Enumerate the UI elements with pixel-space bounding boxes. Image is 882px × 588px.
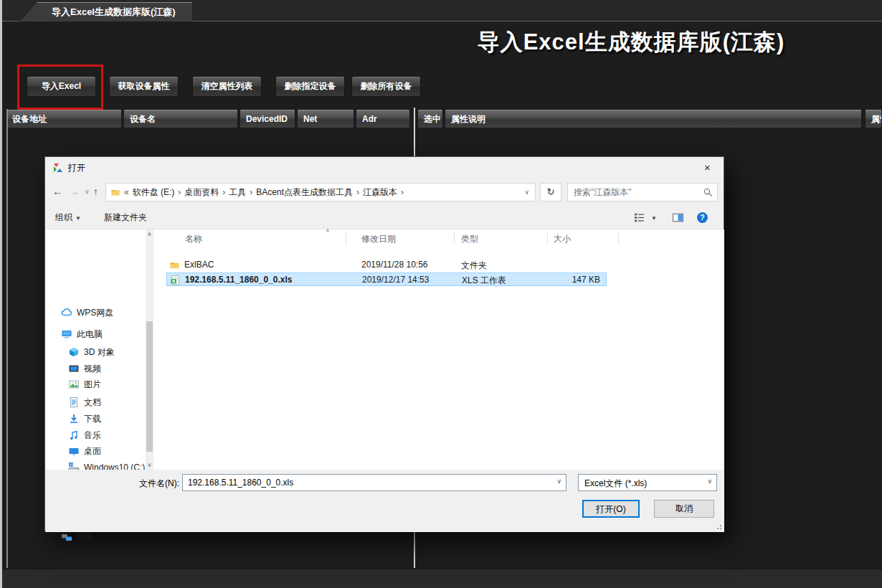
- address-dropdown-icon[interactable]: ∨: [524, 184, 529, 201]
- column-header-3[interactable]: DevicedID: [240, 109, 295, 128]
- file-column-header-2[interactable]: 修改日期: [361, 233, 396, 245]
- organize-caret-icon: ▼: [75, 215, 81, 222]
- file-row[interactable]: ExlBAC2019/11/28 10:56文件夹: [166, 258, 607, 272]
- search-icon[interactable]: [703, 187, 713, 198]
- file-name: ExlBAC: [184, 260, 214, 270]
- sidebar-item-documents[interactable]: 文档: [46, 395, 146, 409]
- filename-dropdown-icon[interactable]: ∨: [556, 478, 561, 485]
- file-row[interactable]: 192.168.5.11_1860_0_0.xls2019/12/17 14:5…: [166, 272, 607, 286]
- command-bar: 组织▼ 新建文件夹 ▼ ?: [45, 206, 724, 229]
- open-button[interactable]: 打开(O): [582, 500, 640, 518]
- breadcrumb[interactable]: «软件盘 (E:)›桌面资料›工具›BAcent点表生成数据工具›江森版本› ∨: [105, 183, 536, 201]
- breadcrumb-separator-icon: ›: [222, 187, 225, 197]
- file-column-header-1[interactable]: 名称: [185, 233, 202, 245]
- breadcrumb-segment[interactable]: 桌面资料: [184, 186, 219, 199]
- sidebar-item-label: 3D 对象: [84, 346, 115, 359]
- search-input[interactable]: [572, 185, 698, 199]
- refresh-icon[interactable]: ↻: [540, 183, 561, 201]
- close-icon[interactable]: ×: [691, 157, 724, 179]
- column-divider[interactable]: [547, 232, 548, 245]
- sidebar-item-3d-objects[interactable]: 3D 对象: [46, 345, 146, 359]
- cloud-icon: [61, 307, 72, 318]
- file-column-header-3[interactable]: 类型: [461, 233, 478, 245]
- sidebar-item-label: 桌面: [84, 445, 101, 457]
- sidebar-item-music[interactable]: 音乐: [46, 428, 146, 442]
- organize-menu[interactable]: 组织▼: [55, 206, 81, 230]
- column-header-5[interactable]: Adr: [356, 109, 410, 128]
- dialog-title: 打开: [68, 157, 85, 179]
- sidebar-item-this-pc[interactable]: 此电脑: [46, 327, 146, 341]
- column-header-6[interactable]: 选中: [417, 109, 443, 128]
- breadcrumb-separator-icon: ›: [178, 187, 181, 197]
- svg-text:?: ?: [700, 213, 704, 222]
- dialog-titlebar[interactable]: 打开 ×: [45, 157, 724, 179]
- file-date: 2019/11/28 10:56: [361, 260, 428, 270]
- filename-combobox: ∨: [182, 474, 566, 491]
- sidebar-item-label: 下载: [84, 413, 101, 425]
- preview-pane-icon[interactable]: [672, 212, 684, 224]
- folder-icon: [110, 187, 120, 197]
- breadcrumb-segment[interactable]: 江森版本: [363, 186, 397, 199]
- open-dialog-app-icon: [52, 162, 64, 174]
- cube-icon: [68, 346, 80, 358]
- footer-bar: [2, 569, 882, 588]
- column-divider[interactable]: [454, 232, 455, 245]
- desktop-icon: [68, 445, 80, 457]
- sidebar-item-label: 文档: [84, 397, 101, 409]
- annotation-red-box: [17, 65, 103, 110]
- column-header-8[interactable]: 属性: [865, 109, 882, 128]
- column-header-1[interactable]: 设备地址: [6, 109, 122, 128]
- page-title: 导入Excel生成数据库版(江森): [402, 27, 860, 57]
- column-header-4[interactable]: Net: [297, 109, 354, 128]
- file-column-header-4[interactable]: 大小: [554, 233, 571, 245]
- sidebar-item-pictures[interactable]: 图片: [46, 377, 146, 392]
- breadcrumb-segment[interactable]: BAcent点表生成数据工具: [256, 186, 353, 199]
- breadcrumb-segment[interactable]: 工具: [229, 186, 246, 199]
- sidebar-item-downloads[interactable]: 下载: [46, 412, 146, 426]
- filetype-caret-icon: ∨: [707, 478, 712, 485]
- network-icon: [61, 531, 72, 543]
- breadcrumb-segment[interactable]: 软件盘 (E:): [133, 186, 175, 199]
- delete-selected-device-button[interactable]: 删除指定设备: [275, 76, 345, 97]
- filename-input[interactable]: [186, 476, 549, 489]
- forward-icon[interactable]: →: [69, 185, 80, 197]
- app-tab[interactable]: 导入Excel生成数据库版(江森): [20, 2, 192, 22]
- scrollbar-thumb[interactable]: [146, 321, 153, 452]
- column-divider[interactable]: [346, 232, 346, 245]
- view-mode-icon[interactable]: [633, 212, 645, 224]
- documents-icon: [68, 397, 80, 408]
- video-icon: [68, 363, 80, 374]
- new-folder-button[interactable]: 新建文件夹: [104, 206, 147, 229]
- sidebar-item-wps-cloud[interactable]: WPS网盘: [46, 305, 146, 320]
- column-header-2[interactable]: 设备名: [123, 109, 238, 128]
- delete-all-devices-button[interactable]: 删除所有设备: [351, 76, 421, 97]
- help-icon[interactable]: ?: [696, 212, 708, 224]
- cancel-button[interactable]: 取消: [654, 500, 714, 518]
- sidebar-item-label: WPS网盘: [77, 307, 113, 319]
- filename-label: 文件名(N):: [116, 478, 179, 490]
- filetype-dropdown[interactable]: Excel文件 (*.xls) ∨: [578, 474, 717, 491]
- sidebar-item-videos[interactable]: 视频: [46, 361, 146, 376]
- up-icon[interactable]: ↑: [93, 186, 98, 197]
- breadcrumb-separator-icon: ›: [401, 187, 404, 197]
- get-device-props-button[interactable]: 获取设备属性: [109, 76, 179, 97]
- resize-grip-icon[interactable]: [716, 524, 722, 530]
- sidebar-item-desktop[interactable]: 桌面: [46, 444, 146, 458]
- clear-props-list-button[interactable]: 清空属性列表: [192, 76, 262, 97]
- app-window: 导入Excel生成数据库版(江森) 导入Excel生成数据库版(江森) 导入Ex…: [0, 0, 882, 588]
- column-divider[interactable]: [618, 232, 619, 245]
- breadcrumb-separator-icon: ›: [250, 187, 252, 197]
- music-icon: [68, 430, 80, 441]
- dialog-bottom-panel: 文件名(N): ∨ Excel文件 (*.xls) ∨ 打开(O) 取消: [46, 470, 724, 532]
- sidebar-scrollbar[interactable]: ∧ ∨: [146, 229, 153, 470]
- file-date: 2019/12/17 14:53: [362, 275, 429, 285]
- nav-history-caret-icon[interactable]: ∨: [85, 188, 90, 195]
- view-mode-caret-icon[interactable]: ▼: [651, 207, 657, 230]
- scroll-down-icon[interactable]: ∨: [146, 462, 153, 468]
- sidebar-item-network[interactable]: 网络: [46, 530, 146, 544]
- back-icon[interactable]: ←: [52, 185, 63, 197]
- column-header-7[interactable]: 属性说明: [445, 109, 862, 128]
- breadcrumb-separator-icon: ›: [356, 187, 359, 197]
- breadcrumb-overflow[interactable]: «: [124, 187, 129, 197]
- folder-icon: [169, 260, 180, 270]
